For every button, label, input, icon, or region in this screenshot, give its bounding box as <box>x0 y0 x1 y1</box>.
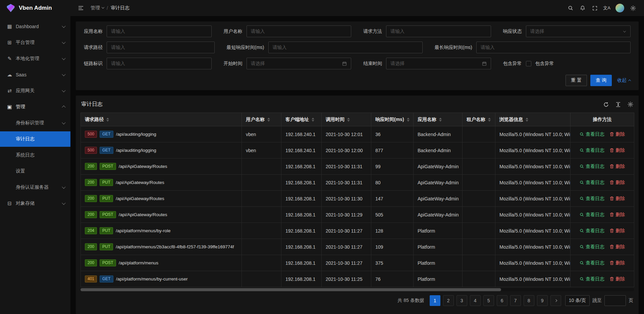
horizontal-scrollbar[interactable] <box>80 288 634 291</box>
page-unit-label: 页 <box>629 298 633 304</box>
text-input[interactable]: 请输入 <box>386 25 491 37</box>
text-input[interactable]: 请输入 <box>247 25 352 37</box>
sidebar-subitem[interactable]: 身份标识管理 <box>0 115 70 131</box>
column-header[interactable]: 应用名称 <box>414 113 463 126</box>
sidebar-item[interactable]: ✎本地化管理 <box>0 51 70 66</box>
date-picker[interactable]: 请选择 <box>247 58 352 69</box>
settings-icon[interactable] <box>628 102 633 107</box>
page-button[interactable]: 8 <box>524 295 534 306</box>
delete-button[interactable]: 删除 <box>610 276 625 282</box>
table-row: 200PUT/api/platform/menus/2b3accf8-4fb8-… <box>81 239 634 255</box>
page-button[interactable]: 5 <box>483 295 494 306</box>
page-button[interactable]: 4 <box>470 295 481 306</box>
client-address-cell: 192.168.208.1 <box>281 207 322 223</box>
delete-button[interactable]: 删除 <box>610 164 625 170</box>
call-time-cell: 2021-10-30 12:01 <box>322 126 371 142</box>
chevron-down-icon <box>62 201 65 205</box>
text-input[interactable]: 请输入 <box>476 42 631 53</box>
delete-button[interactable]: 删除 <box>610 147 625 153</box>
sidebar-item[interactable]: ☁Saas <box>0 67 70 82</box>
view-log-button[interactable]: 查看日志 <box>580 164 604 170</box>
sorter-icon[interactable] <box>407 118 410 122</box>
call-time-cell: 2021-10-30 11:31 <box>322 159 371 175</box>
date-picker[interactable]: 请选择 <box>386 58 491 69</box>
sorter-icon[interactable] <box>267 118 270 122</box>
bell-icon[interactable] <box>578 3 588 13</box>
sidebar-item[interactable]: ⊞平台管理 <box>0 35 70 50</box>
sidebar-item[interactable]: ▣管理 <box>0 99 70 115</box>
column-header[interactable]: 客户端地址 <box>281 113 322 126</box>
view-log-button[interactable]: 查看日志 <box>580 260 604 266</box>
reset-button[interactable]: 重 置 <box>566 75 587 86</box>
sidebar-subitem[interactable]: 审计日志 <box>0 131 70 147</box>
chevron-down-icon <box>623 29 626 32</box>
view-log-button[interactable]: 查看日志 <box>580 276 604 282</box>
view-log-button[interactable]: 查看日志 <box>580 180 604 186</box>
sorter-icon[interactable] <box>526 118 528 122</box>
sidebar-toggle-button[interactable] <box>76 3 86 13</box>
sorter-icon[interactable] <box>439 118 442 122</box>
scrollbar-thumb[interactable] <box>80 288 501 291</box>
translate-icon[interactable]: 文A <box>602 3 612 13</box>
sidebar-item[interactable]: ⊟对象存储 <box>0 196 70 211</box>
table-toolbar <box>603 102 633 107</box>
page-button[interactable]: 9 <box>537 295 548 306</box>
status-select[interactable]: 请选择 <box>526 25 631 37</box>
column-header[interactable]: 调用时间 <box>322 113 371 126</box>
breadcrumb-root[interactable]: 管理 <box>91 5 104 11</box>
search-icon[interactable] <box>566 3 576 13</box>
column-header[interactable]: 租户名称 <box>463 113 495 126</box>
page-size-select[interactable]: 10 条/页 <box>565 295 590 306</box>
delete-button[interactable]: 删除 <box>610 180 625 186</box>
delete-button[interactable]: 删除 <box>610 196 625 202</box>
text-input[interactable]: 请输入 <box>107 25 212 37</box>
column-header[interactable]: 请求路径 <box>81 113 242 126</box>
sidebar-item[interactable]: ⇄应用网关 <box>0 83 70 99</box>
view-log-button[interactable]: 查看日志 <box>580 228 604 234</box>
fullscreen-icon[interactable] <box>590 3 600 13</box>
settings-icon[interactable] <box>628 3 638 13</box>
delete-button[interactable]: 删除 <box>610 228 625 234</box>
sorter-icon[interactable] <box>347 118 350 122</box>
delete-button[interactable]: 删除 <box>610 260 625 266</box>
text-input[interactable]: 请输入 <box>268 42 423 53</box>
page-button[interactable]: 1 <box>430 295 440 306</box>
sidebar-subitem[interactable]: 设置 <box>0 164 70 179</box>
checkbox-label: 包含异常 <box>535 61 554 67</box>
logo[interactable]: Vben Admin <box>0 0 70 16</box>
jump-page-input[interactable] <box>604 295 626 306</box>
column-header[interactable]: 浏览器信息 <box>495 113 571 126</box>
view-log-button[interactable]: 查看日志 <box>580 147 604 153</box>
delete-button[interactable]: 删除 <box>610 244 625 250</box>
delete-button[interactable]: 删除 <box>610 131 625 137</box>
sidebar-subitem[interactable]: 系统日志 <box>0 147 70 163</box>
refresh-icon[interactable] <box>603 102 609 107</box>
view-log-button[interactable]: 查看日志 <box>580 212 604 218</box>
next-page-button[interactable] <box>550 295 561 306</box>
column-header[interactable]: 用户名称 <box>242 113 281 126</box>
sidebar-subitem[interactable]: 身份认证服务器 <box>0 180 70 195</box>
column-height-icon[interactable] <box>615 102 621 107</box>
column-header[interactable]: 响应时间(ms) <box>371 113 414 126</box>
column-header-content: 租户名称 <box>467 117 491 123</box>
page-button[interactable]: 6 <box>497 295 507 306</box>
view-log-button[interactable]: 查看日志 <box>580 244 604 250</box>
sorter-icon[interactable] <box>488 118 491 122</box>
sidebar-item[interactable]: ▦Dashboard <box>0 19 70 34</box>
page-button[interactable]: 2 <box>443 295 454 306</box>
view-log-button[interactable]: 查看日志 <box>580 196 604 202</box>
sorter-icon[interactable] <box>106 118 109 122</box>
include-exception-checkbox[interactable] <box>526 61 531 66</box>
delete-button[interactable]: 删除 <box>610 212 625 218</box>
query-button[interactable]: 查 询 <box>590 75 612 86</box>
page-button[interactable]: 3 <box>457 295 467 306</box>
text-input[interactable]: 请输入 <box>107 58 212 69</box>
view-log-button[interactable]: 查看日志 <box>580 131 604 137</box>
localization-icon: ✎ <box>7 56 12 62</box>
avatar[interactable] <box>615 4 624 12</box>
http-method-badge: GET <box>100 131 113 138</box>
sorter-icon[interactable] <box>312 118 314 122</box>
text-input[interactable]: 请输入 <box>107 42 215 53</box>
page-button[interactable]: 7 <box>510 295 521 306</box>
collapse-link[interactable]: 收起 <box>617 77 631 83</box>
